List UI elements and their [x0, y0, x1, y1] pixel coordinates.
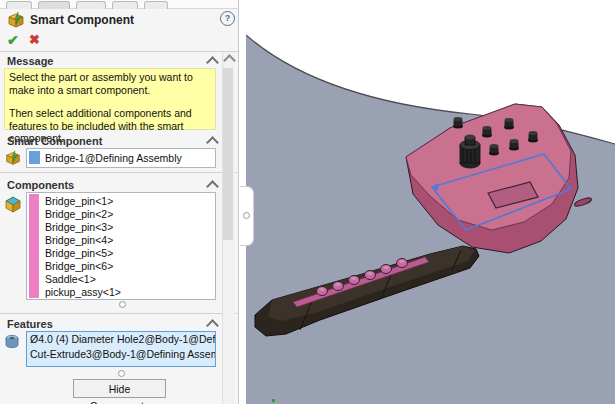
- features-list[interactable]: Ø4.0 (4) Diameter Hole2@Body-1@Defining …: [26, 331, 216, 367]
- panel-scrollbar-thumb[interactable]: [223, 68, 233, 240]
- component-list-item[interactable]: Bridge_pin<4>: [45, 234, 213, 247]
- ok-button[interactable]: ✔: [7, 32, 19, 48]
- components-list[interactable]: Bridge_pin<1> Bridge_pin<2> Bridge_pin<3…: [26, 192, 216, 300]
- smart-component-value: Bridge-1@Defining Assembly: [45, 152, 182, 164]
- feature-list-item[interactable]: Ø4.0 (4) Diameter Hole2@Body-1@Defining …: [27, 332, 215, 347]
- part-icon: [4, 149, 22, 171]
- collapse-components-button[interactable]: [206, 180, 219, 193]
- message-box: Select the part or assembly you want to …: [4, 68, 216, 130]
- panel-tab[interactable]: [144, 1, 168, 9]
- splitter-grip-icon: [243, 212, 250, 219]
- separator: [0, 313, 238, 314]
- selection-highlight: [29, 194, 39, 298]
- smart-component-icon: [6, 10, 26, 34]
- component-list-item[interactable]: pickup_assy<1>: [45, 286, 213, 299]
- list-resize-handle[interactable]: [119, 301, 126, 308]
- components-section-label: Components: [7, 179, 74, 191]
- separator: [0, 172, 238, 173]
- message-section-label: Message: [7, 55, 53, 67]
- component-list-item[interactable]: Bridge_pin<3>: [45, 221, 213, 234]
- cancel-button[interactable]: ✖: [29, 32, 40, 47]
- message-paragraph: Select the part or assembly you want to …: [9, 71, 211, 96]
- collapse-message-button[interactable]: [206, 56, 219, 69]
- component-list-item[interactable]: Saddle<1>: [45, 273, 213, 286]
- component-list-item[interactable]: Bridge_pin<5>: [45, 247, 213, 260]
- property-manager-tabstrip: [0, 0, 238, 9]
- component-list-item[interactable]: Bridge_pin<2>: [45, 208, 213, 221]
- panel-splitter-handle[interactable]: [240, 186, 254, 246]
- feature-list-item[interactable]: Cut-Extrude3@Body-1@Defining Assembly: [27, 347, 215, 362]
- list-resize-handle[interactable]: [118, 370, 125, 377]
- panel-tab[interactable]: [76, 1, 106, 9]
- features-icon: [3, 333, 21, 355]
- components-icon: [3, 194, 23, 218]
- page-title: Smart Component: [30, 13, 134, 27]
- help-button[interactable]: ?: [220, 11, 235, 26]
- panel-tab[interactable]: [38, 1, 70, 9]
- panel-tab[interactable]: [6, 1, 32, 9]
- panel-header: Smart Component ?: [0, 10, 238, 32]
- origin-marker: [272, 399, 275, 402]
- collapse-features-button[interactable]: [206, 319, 219, 332]
- smart-component-selection-field[interactable]: Bridge-1@Defining Assembly: [26, 148, 216, 168]
- graphics-viewport[interactable]: [246, 0, 615, 404]
- solidworks-window: Smart Component ? ✔ ✖ Message Select the…: [0, 0, 615, 404]
- panel-tab[interactable]: [112, 1, 138, 9]
- separator: [0, 51, 238, 52]
- smart-component-section-label: Smart Component: [7, 135, 102, 147]
- component-list-item[interactable]: Bridge_pin<1>: [45, 195, 213, 208]
- component-list-item[interactable]: Bridge_pin<6>: [45, 260, 213, 273]
- features-section-label: Features: [7, 318, 53, 330]
- hide-components-button[interactable]: Hide Components: [73, 379, 166, 398]
- selection-highlight: [29, 151, 40, 164]
- property-manager-panel: Smart Component ? ✔ ✖ Message Select the…: [0, 0, 239, 404]
